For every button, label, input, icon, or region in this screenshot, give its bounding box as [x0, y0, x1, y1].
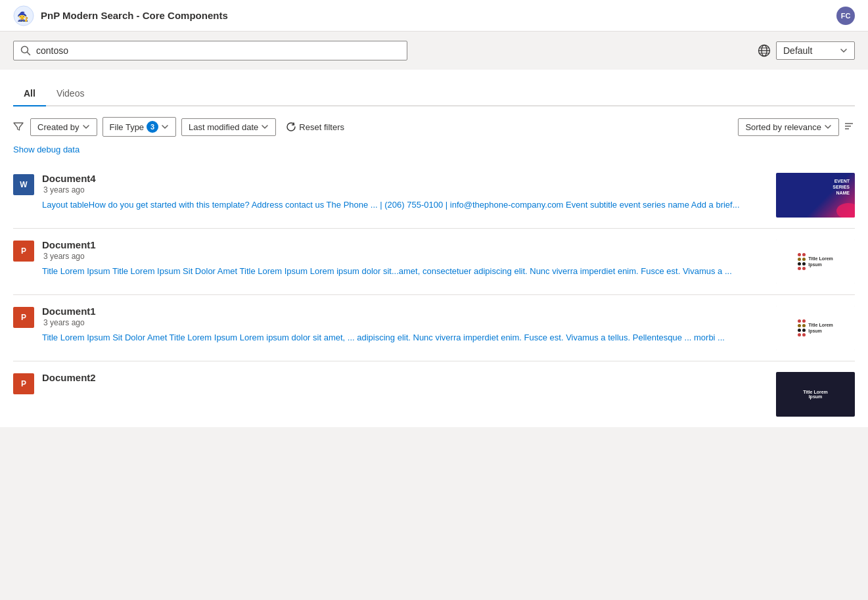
ppt-file-icon: P: [13, 307, 34, 328]
result-title: Document1: [42, 306, 768, 317]
thumbnail-doc1b: Title LoremIpsum: [776, 306, 855, 350]
chevron-down-icon: [82, 123, 90, 131]
tabs: All Videos: [13, 70, 855, 106]
result-item: P Document1 3 years ago Title Lorem Ipsu…: [13, 295, 855, 361]
result-content: Document2: [42, 372, 768, 384]
result-snippet: Title Lorem Ipsum Sit Dolor Amet Title L…: [42, 331, 768, 344]
globe-icon: [758, 44, 771, 57]
result-title: Document2: [42, 372, 768, 383]
header-left: 🧙 PnP Modern Search - Core Components: [13, 5, 228, 26]
thumbnail-doc2: Title LoremIpsum: [776, 372, 855, 417]
result-snippet: Title Lorem Ipsum Title Lorem Ipsum Sit …: [42, 265, 768, 278]
svg-text:🧙: 🧙: [17, 11, 29, 22]
result-item: P Document2 Title LoremIpsum: [13, 361, 855, 427]
main-content: All Videos Created by File Type 3 Last: [0, 70, 868, 427]
result-item: W Document4 3 years ago Layout tableHow …: [13, 162, 855, 229]
sort-order-icon[interactable]: [843, 121, 855, 133]
header: 🧙 PnP Modern Search - Core Components FC: [0, 0, 868, 32]
sort-area: Sorted by relevance: [738, 118, 855, 136]
file-type-badge: 3: [147, 121, 158, 133]
filter-last-modified[interactable]: Last modified date: [181, 118, 276, 136]
avatar[interactable]: FC: [836, 7, 855, 25]
ppt-file-icon: P: [13, 373, 34, 394]
reset-filters-button[interactable]: Reset filters: [281, 119, 350, 135]
thumb-decoration: [829, 191, 855, 218]
result-thumbnail: Title LoremIpsum: [776, 239, 855, 284]
result-content: Document1 3 years ago Title Lorem Ipsum …: [42, 306, 768, 344]
search-input[interactable]: [36, 45, 400, 56]
search-area: Default: [0, 32, 868, 70]
result-thumbnail: Title LoremIpsum: [776, 372, 855, 417]
tab-all[interactable]: All: [13, 83, 46, 106]
svg-point-12: [836, 203, 855, 218]
thumbnail-doc4: EVENTSERIESNAME: [776, 173, 855, 218]
search-box: [13, 41, 407, 60]
header-right: FC: [836, 7, 855, 25]
result-item: P Document1 3 years ago Title Lorem Ipsu…: [13, 229, 855, 295]
word-file-icon: W: [13, 174, 34, 195]
debug-link[interactable]: Show debug data: [13, 142, 855, 162]
results-list: W Document4 3 years ago Layout tableHow …: [13, 162, 855, 427]
funnel-icon: [13, 122, 24, 132]
app-logo: 🧙: [13, 5, 34, 26]
result-thumbnail: EVENTSERIESNAME: [776, 173, 855, 218]
result-title: Document4: [42, 173, 768, 184]
language-label: Default: [783, 45, 812, 56]
chevron-down-icon: [840, 47, 848, 55]
filter-created-by[interactable]: Created by: [30, 118, 97, 136]
result-thumbnail: Title LoremIpsum: [776, 306, 855, 350]
thumbnail-doc1a: Title LoremIpsum: [776, 239, 855, 284]
search-icon: [20, 45, 31, 56]
result-time: 3 years ago: [42, 318, 768, 327]
chevron-down-icon: [161, 123, 169, 131]
result-time: 3 years ago: [42, 252, 768, 261]
tab-videos[interactable]: Videos: [46, 83, 95, 106]
result-content: Document4 3 years ago Layout tableHow do…: [42, 173, 768, 212]
filter-file-type[interactable]: File Type 3: [103, 117, 177, 137]
result-content: Document1 3 years ago Title Lorem Ipsum …: [42, 239, 768, 278]
language-dropdown[interactable]: Default: [776, 41, 855, 60]
ppt-file-icon: P: [13, 241, 34, 262]
language-selector[interactable]: Default: [758, 41, 855, 60]
result-time: 3 years ago: [42, 185, 768, 195]
result-snippet: Layout tableHow do you get started with …: [42, 198, 768, 212]
filters-bar: Created by File Type 3 Last modified dat…: [13, 106, 855, 142]
chevron-down-icon: [824, 123, 832, 131]
app-title: PnP Modern Search - Core Components: [41, 10, 228, 21]
chevron-down-icon: [261, 123, 269, 131]
result-title: Document1: [42, 239, 768, 250]
reset-icon: [286, 122, 296, 131]
sort-dropdown[interactable]: Sorted by relevance: [738, 118, 839, 136]
svg-line-3: [28, 53, 30, 55]
